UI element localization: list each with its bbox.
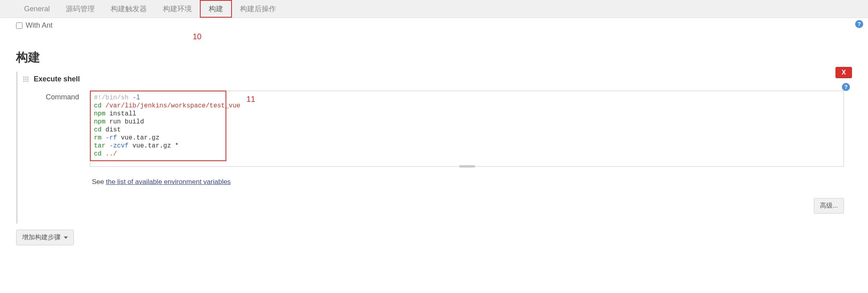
see-line: See the list of available environment va… bbox=[18, 171, 852, 186]
step-title: Execute shell bbox=[34, 75, 80, 83]
with-ant-label: With Ant bbox=[26, 21, 53, 30]
code-text: cd bbox=[94, 150, 106, 158]
tab-general[interactable]: General bbox=[16, 0, 58, 18]
tab-env[interactable]: 构建环境 bbox=[155, 0, 200, 18]
code-text: run build bbox=[109, 118, 144, 125]
code-text: dist bbox=[106, 126, 121, 133]
code-text: /var/lib/jenkins/workspace/test_vue bbox=[106, 102, 240, 109]
svg-rect-0 bbox=[23, 77, 24, 78]
tab-triggers[interactable]: 构建触发器 bbox=[103, 0, 155, 18]
build-step-container: Execute shell X ? Command #!/bin/sh -l c… bbox=[16, 72, 852, 224]
see-text: See bbox=[92, 178, 106, 186]
advanced-button[interactable]: 高级... bbox=[814, 198, 844, 214]
tab-scm[interactable]: 源码管理 bbox=[58, 0, 103, 18]
env-vars-link[interactable]: the list of available environment variab… bbox=[106, 178, 231, 186]
code-text: cd bbox=[94, 102, 106, 109]
code-text: rm bbox=[94, 134, 106, 141]
step-header: Execute shell X ? bbox=[18, 72, 852, 87]
svg-rect-7 bbox=[25, 81, 26, 82]
code-text: install bbox=[109, 110, 136, 117]
svg-rect-6 bbox=[23, 81, 24, 82]
delete-step-button[interactable]: X bbox=[835, 67, 852, 78]
add-step-row: 增加构建步骤 bbox=[0, 230, 868, 249]
svg-rect-2 bbox=[27, 77, 28, 78]
with-ant-checkbox[interactable] bbox=[16, 22, 22, 29]
code-text: -rf bbox=[106, 134, 121, 141]
code-text: cd bbox=[94, 126, 106, 133]
add-step-label: 增加构建步骤 bbox=[22, 233, 61, 242]
command-area: #!/bin/sh -l cd /var/lib/jenkins/workspa… bbox=[90, 91, 844, 167]
command-row: Command #!/bin/sh -l cd /var/lib/jenkins… bbox=[18, 87, 852, 171]
code-text: npm bbox=[94, 118, 109, 125]
svg-rect-3 bbox=[23, 79, 24, 80]
code-text: -l bbox=[132, 94, 140, 101]
code-text: #!/bin/sh bbox=[94, 94, 132, 101]
add-build-step-button[interactable]: 增加构建步骤 bbox=[16, 230, 74, 245]
help-icon[interactable]: ? bbox=[855, 20, 863, 28]
svg-rect-1 bbox=[25, 77, 26, 78]
annotation-10: 10 bbox=[193, 32, 868, 41]
section-title-build: 构建 bbox=[0, 41, 868, 72]
with-ant-row: With Ant bbox=[0, 18, 868, 33]
code-text: tar bbox=[94, 142, 109, 150]
advanced-row: 高级... bbox=[18, 186, 852, 224]
annotation-11: 11 bbox=[246, 95, 255, 104]
code-text: npm bbox=[94, 110, 109, 117]
tab-post[interactable]: 构建后操作 bbox=[232, 0, 284, 18]
tab-build[interactable]: 构建 bbox=[200, 0, 232, 18]
drag-handle-icon[interactable] bbox=[22, 76, 30, 83]
svg-rect-4 bbox=[25, 79, 26, 80]
caret-down-icon bbox=[64, 236, 68, 239]
svg-rect-8 bbox=[27, 81, 28, 82]
code-text: ../ bbox=[106, 150, 117, 158]
config-tabs: General 源码管理 构建触发器 构建环境 构建 构建后操作 bbox=[0, 0, 868, 18]
svg-rect-5 bbox=[27, 79, 28, 80]
code-text: -zcvf bbox=[109, 142, 132, 150]
code-text: vue.tar.gz bbox=[121, 134, 159, 141]
command-label: Command bbox=[46, 91, 84, 101]
code-text: vue.tar.gz * bbox=[132, 142, 179, 150]
help-icon[interactable]: ? bbox=[842, 83, 850, 91]
command-code[interactable]: #!/bin/sh -l cd /var/lib/jenkins/workspa… bbox=[90, 91, 226, 161]
